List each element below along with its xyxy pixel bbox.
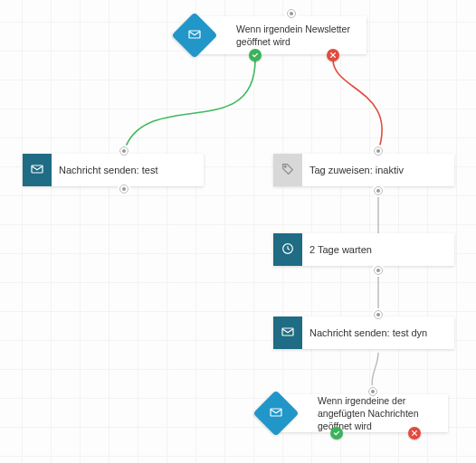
no-badge[interactable] — [408, 427, 421, 439]
action-label: Nachricht senden: test — [52, 154, 204, 186]
no-badge[interactable] — [327, 49, 339, 61]
action-label: Nachricht senden: test dyn — [302, 317, 454, 349]
connector-port[interactable] — [287, 9, 296, 18]
yes-badge[interactable] — [330, 427, 343, 439]
connector-send2-cond2 — [372, 353, 378, 392]
yes-badge[interactable] — [249, 49, 262, 61]
connector-port[interactable] — [374, 186, 383, 195]
condition-diamond — [172, 13, 218, 59]
condition-attached-messages-opened[interactable]: Wenn irgendeine der angefügten Nachricht… — [276, 394, 448, 432]
action-send-message-test[interactable]: Nachricht senden: test — [23, 154, 204, 186]
clock-icon — [281, 241, 295, 258]
action-send-message-test-dyn[interactable]: Nachricht senden: test dyn — [273, 317, 454, 349]
connector-port[interactable] — [374, 146, 383, 156]
action-label: Tag zuweisen: inaktiv — [302, 154, 454, 186]
action-assign-tag-inactive[interactable]: Tag zuweisen: inaktiv — [273, 154, 454, 186]
connector-port[interactable] — [368, 387, 377, 396]
connector-yes-1 — [124, 60, 255, 151]
action-icon-box — [273, 154, 302, 186]
connector-no-1 — [333, 60, 382, 151]
condition-newsletter-opened[interactable]: Wenn irgendein Newsletter geöffnet wird — [195, 16, 367, 54]
action-icon-box — [23, 154, 52, 186]
svg-point-2 — [285, 166, 287, 168]
action-icon-box — [273, 233, 302, 266]
action-icon-box — [273, 317, 302, 349]
tag-icon — [281, 162, 295, 178]
mail-icon — [187, 27, 202, 43]
condition-label: Wenn irgendein Newsletter geöffnet wird — [236, 19, 367, 52]
connector-port[interactable] — [119, 146, 129, 156]
mail-icon — [281, 325, 295, 341]
mail-icon — [30, 162, 44, 178]
connector-port[interactable] — [374, 266, 383, 275]
connector-port[interactable] — [374, 310, 383, 319]
connector-port[interactable] — [119, 184, 129, 194]
action-label: 2 Tage warten — [302, 233, 454, 266]
action-wait-2-days[interactable]: 2 Tage warten — [273, 233, 454, 266]
mail-icon — [269, 405, 283, 421]
condition-diamond — [253, 391, 300, 437]
